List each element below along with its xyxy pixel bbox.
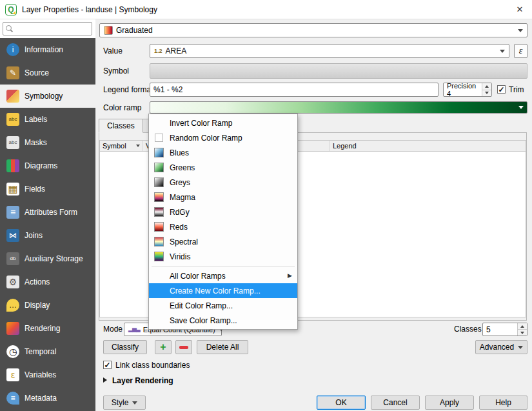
graduated-renderer-icon [104, 26, 113, 35]
sidebar-item[interactable]: ⚙ Actions [0, 270, 95, 294]
menu-item[interactable]: Create New Color Ramp... [149, 283, 297, 298]
value-field-combo[interactable]: 1.2 AREA [150, 44, 509, 58]
sidebar-item[interactable]: Diagrams [0, 154, 95, 177]
menu-item[interactable]: Invert Color Ramp [149, 115, 297, 130]
chevron-down-icon [500, 50, 505, 53]
cancel-button[interactable]: Cancel [371, 396, 420, 410]
classes-spin-down[interactable] [518, 330, 527, 336]
sidebar-item[interactable]: ▦ Fields [0, 177, 95, 201]
expression-builder-button[interactable]: ε [514, 44, 527, 58]
style-button[interactable]: Style [103, 396, 146, 410]
sidebar-item[interactable]: ≡ Attributes Form [0, 201, 95, 224]
delete-all-button[interactable]: Delete All [197, 340, 248, 354]
mode-label: Mode [103, 323, 123, 336]
sidebar-item[interactable]: Rendering [0, 317, 95, 340]
add-class-button[interactable]: + [155, 340, 172, 354]
precision-spin-up[interactable] [482, 83, 491, 90]
menu-item[interactable]: Random Color Ramp [149, 130, 297, 145]
link-class-boundaries-checkbox[interactable]: ✓ [103, 361, 112, 369]
search-input[interactable] [15, 25, 80, 33]
layer-rendering-section-label[interactable]: Layer Rendering [112, 374, 173, 388]
sidebar-item-label: Attributes Form [25, 208, 77, 217]
fields-icon: ▦ [6, 183, 19, 195]
menu-item[interactable]: Blues [149, 145, 297, 160]
rendering-icon [6, 322, 19, 335]
sidebar-item[interactable]: abc Masks [0, 131, 95, 154]
sidebar-item[interactable]: ⋈ Joins [0, 224, 95, 247]
sidebar-search-box [3, 22, 92, 35]
menu-item-label: All Color Ramps [170, 272, 226, 281]
menu-item[interactable] [149, 264, 297, 268]
legend-format-input[interactable] [150, 83, 438, 97]
advanced-button[interactable]: Advanced [475, 340, 527, 354]
labels-icon: abc [6, 113, 19, 126]
spectral-ramp-swatch [154, 237, 164, 246]
sidebar-item[interactable]: ◷ Temporal [0, 340, 95, 363]
sidebar-item[interactable]: … Display [0, 294, 95, 317]
sidebar-item[interactable]: abc Labels [0, 108, 95, 131]
symbology-icon [6, 90, 19, 103]
menu-item-label: Edit Color Ramp... [170, 301, 233, 310]
menu-item[interactable]: Reds [149, 219, 297, 234]
menu-item[interactable]: Magma [149, 190, 297, 205]
sidebar-item[interactable]: ≡ Metadata [0, 386, 95, 410]
greens-ramp-swatch [154, 163, 164, 172]
classes-spin-up[interactable] [518, 323, 527, 330]
sidebar-item-label: Diagrams [25, 161, 57, 170]
joins-icon: ⋈ [6, 229, 19, 242]
sidebar-item-label: Information [25, 45, 63, 54]
legend-column-header[interactable]: Legend [330, 141, 526, 151]
check-icon: ✓ [498, 86, 504, 94]
actions-icon: ⚙ [6, 276, 19, 288]
symbol-preview-bar[interactable] [150, 63, 527, 79]
submenu-arrow-icon: ▶ [288, 273, 292, 279]
menu-item[interactable]: Save Color Ramp... [149, 313, 297, 328]
menu-item[interactable]: All Color Ramps ▶ [149, 268, 297, 283]
menu-item[interactable]: Greys [149, 175, 297, 190]
menu-item-label: Viridis [170, 252, 190, 261]
menu-item-label: RdGy [170, 208, 190, 217]
sidebar-item[interactable]: db Auxiliary Storage [0, 247, 95, 270]
rdgy-ramp-swatch [154, 207, 164, 217]
ok-button[interactable]: OK [317, 396, 366, 410]
sidebar-item[interactable]: Symbology [0, 85, 95, 108]
tab[interactable]: Classes [99, 119, 143, 133]
decimal-field-icon: 1.2 [154, 48, 163, 54]
help-button[interactable]: Help [479, 396, 527, 410]
color-ramp-dropdown[interactable] [150, 101, 527, 114]
menu-item[interactable]: Edit Color Ramp... [149, 298, 297, 313]
expand-triangle-icon[interactable] [103, 377, 107, 383]
sidebar-item[interactable]: ✎ Source [0, 61, 95, 85]
classes-count-label: Classes [454, 323, 482, 336]
menu-item[interactable]: RdGy [149, 205, 297, 219]
renderer-type-combo[interactable]: Graduated [99, 23, 527, 37]
apply-button[interactable]: Apply [425, 396, 474, 410]
sidebar-item[interactable]: ε Variables [0, 363, 95, 386]
precision-spin-down[interactable] [482, 90, 491, 97]
classes-spinbox[interactable]: 5 [482, 323, 527, 336]
sidebar-item-label: Display [25, 301, 50, 310]
sidebar-item[interactable]: i Information [0, 38, 95, 61]
chevron-down-icon [518, 106, 524, 109]
classify-button[interactable]: Classify [103, 340, 147, 354]
diagrams-icon [6, 159, 19, 172]
menu-item[interactable]: Spectral [149, 234, 297, 249]
menu-item[interactable]: Greens [149, 160, 297, 175]
close-window-button[interactable]: ✕ [513, 3, 527, 17]
sidebar: i Information ✎ Source Symbology abc Lab… [0, 19, 95, 411]
symbol-column-header[interactable]: Symbol [100, 141, 143, 151]
random-color-ramp-checkbox [155, 134, 163, 142]
precision-spinbox[interactable]: Precision 4 [443, 83, 492, 97]
link-class-boundaries-label: Link class boundaries [115, 358, 190, 372]
sidebar-item-label: Labels [25, 115, 47, 124]
remove-class-button[interactable] [175, 340, 192, 354]
menu-item[interactable]: Viridis [149, 249, 297, 264]
sidebar-item-label: Fields [25, 185, 45, 194]
menu-item-label: Save Color Ramp... [170, 316, 237, 325]
minus-icon [179, 346, 188, 349]
menu-item-label: Invert Color Ramp [170, 119, 232, 128]
sidebar-item-label: Symbology [25, 92, 63, 101]
information-icon: i [6, 43, 19, 56]
trim-checkbox[interactable]: ✓ [497, 85, 506, 94]
greys-ramp-swatch [154, 177, 164, 187]
